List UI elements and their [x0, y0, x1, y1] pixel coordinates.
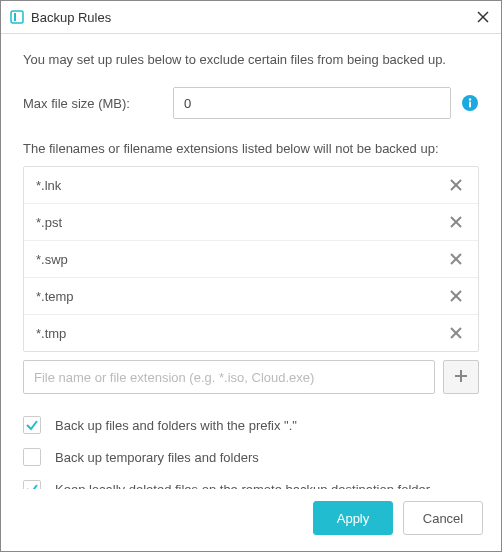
- remove-icon[interactable]: [446, 249, 466, 269]
- checkbox-label: Keep locally deleted files on the remote…: [55, 482, 430, 490]
- remove-icon[interactable]: [446, 323, 466, 343]
- exclude-item: *.pst: [24, 204, 478, 241]
- add-exclude-input[interactable]: [23, 360, 435, 394]
- exclude-item-text: *.tmp: [36, 326, 446, 341]
- content-area: You may set up rules below to exclude ce…: [1, 34, 501, 489]
- backup-rules-dialog: Backup Rules You may set up rules below …: [0, 0, 502, 552]
- cancel-button[interactable]: Cancel: [403, 501, 483, 535]
- plus-icon: [454, 369, 468, 386]
- exclude-item-text: *.temp: [36, 289, 446, 304]
- dialog-title: Backup Rules: [31, 10, 473, 25]
- svg-point-5: [469, 98, 471, 100]
- info-icon[interactable]: [461, 94, 479, 112]
- add-exclude-row: [23, 360, 479, 394]
- exclude-item: *.temp: [24, 278, 478, 315]
- remove-icon[interactable]: [446, 212, 466, 232]
- app-icon: [9, 9, 25, 25]
- svg-rect-1: [14, 13, 16, 21]
- svg-rect-0: [11, 11, 23, 23]
- exclude-item: *.tmp: [24, 315, 478, 351]
- checkbox[interactable]: [23, 416, 41, 434]
- exclude-item-text: *.lnk: [36, 178, 446, 193]
- max-file-size-label: Max file size (MB):: [23, 96, 173, 111]
- exclude-list-label: The filenames or filename extensions lis…: [23, 141, 479, 156]
- exclude-item: *.lnk: [24, 167, 478, 204]
- exclude-list: *.lnk *.pst *.swp *.temp: [23, 166, 479, 352]
- add-exclude-button[interactable]: [443, 360, 479, 394]
- exclude-item-text: *.pst: [36, 215, 446, 230]
- apply-button[interactable]: Apply: [313, 501, 393, 535]
- max-file-size-input[interactable]: [173, 87, 451, 119]
- titlebar: Backup Rules: [1, 1, 501, 34]
- checkbox-label: Back up temporary files and folders: [55, 450, 259, 465]
- checkbox[interactable]: [23, 480, 41, 489]
- checkbox-prefix-dot: Back up files and folders with the prefi…: [23, 416, 479, 434]
- svg-rect-6: [469, 102, 471, 108]
- max-file-size-row: Max file size (MB):: [23, 87, 479, 119]
- remove-icon[interactable]: [446, 175, 466, 195]
- exclude-item: *.swp: [24, 241, 478, 278]
- checkbox-temp-files: Back up temporary files and folders: [23, 448, 479, 466]
- remove-icon[interactable]: [446, 286, 466, 306]
- intro-text: You may set up rules below to exclude ce…: [23, 52, 479, 67]
- dialog-footer: Apply Cancel: [1, 489, 501, 551]
- exclude-item-text: *.swp: [36, 252, 446, 267]
- checkbox-keep-deleted: Keep locally deleted files on the remote…: [23, 480, 479, 489]
- close-icon[interactable]: [473, 7, 493, 27]
- checkbox[interactable]: [23, 448, 41, 466]
- checkbox-label: Back up files and folders with the prefi…: [55, 418, 297, 433]
